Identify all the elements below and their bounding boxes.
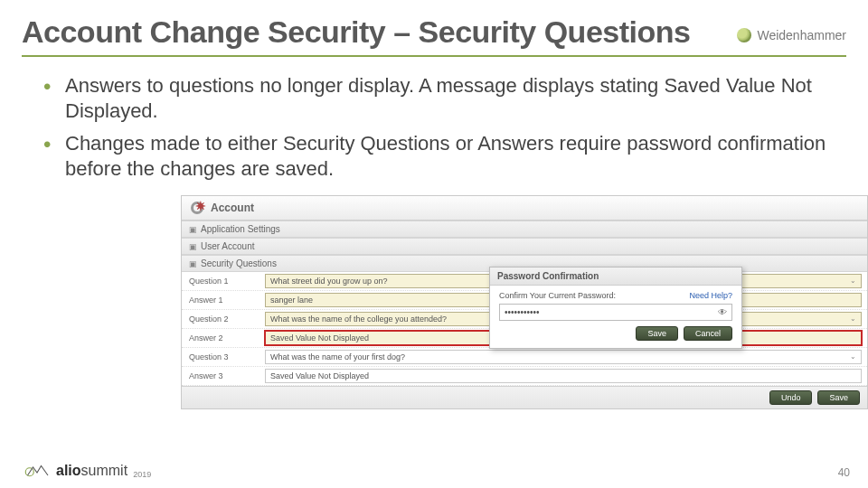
- dialog-save-button[interactable]: Save: [636, 326, 678, 341]
- chevron-icon: ▣: [189, 242, 196, 249]
- field-label: Question 3: [182, 350, 259, 364]
- field-label: Question 1: [182, 274, 259, 288]
- chevron-down-icon: ⌄: [850, 314, 856, 323]
- current-password-input[interactable]: ••••••••••• 👁: [499, 304, 732, 321]
- bullet-item: Changes made to either Security Question…: [49, 131, 839, 182]
- question-3-select[interactable]: What was the name of your first dog?⌄: [265, 350, 862, 364]
- brand-logo: Weidenhammer: [737, 28, 846, 42]
- eye-icon[interactable]: 👁: [718, 307, 727, 317]
- section-user-account[interactable]: ▣ User Account: [182, 238, 867, 255]
- need-help-link[interactable]: Need Help?: [689, 291, 732, 300]
- footer-year: 2019: [133, 470, 151, 479]
- page-title: Account Change Security – Security Quest…: [22, 14, 690, 50]
- chevron-down-icon: ⌄: [850, 277, 856, 285]
- dialog-title: Password Confirmation: [497, 271, 599, 281]
- form-button-row: Undo Save: [182, 386, 867, 408]
- save-button[interactable]: Save: [817, 390, 860, 405]
- answer-3-input[interactable]: Saved Value Not Displayed: [265, 369, 862, 383]
- account-header: Account: [182, 196, 867, 221]
- screenshot-panel: Account ▣ Application Settings ▣ User Ac…: [181, 195, 868, 409]
- dialog-cancel-button[interactable]: Cancel: [684, 326, 732, 341]
- chevron-icon: ▣: [189, 259, 196, 267]
- chevron-down-icon: ⌄: [850, 352, 856, 361]
- undo-button[interactable]: Undo: [769, 390, 813, 405]
- password-masked-value: •••••••••••: [505, 307, 540, 317]
- section-label: User Account: [201, 241, 254, 251]
- bullet-item: Answers to questions no longer display. …: [49, 73, 839, 124]
- footer-logo-text: aliosummit: [56, 463, 127, 479]
- field-label: Answer 3: [182, 369, 259, 383]
- gear-icon: [189, 200, 205, 216]
- bullet-list: Answers to questions no longer display. …: [49, 73, 839, 183]
- field-label: Answer 1: [182, 293, 259, 307]
- field-label: Question 2: [182, 312, 259, 326]
- section-label: Security Questions: [201, 258, 277, 268]
- page-number: 40: [838, 466, 850, 479]
- password-confirmation-dialog: Password Confirmation Need Help? Confirm…: [489, 267, 742, 349]
- section-application-settings[interactable]: ▣ Application Settings: [182, 221, 867, 238]
- field-label: Answer 2: [182, 331, 259, 345]
- footer-logo: aliosummit 2019: [22, 461, 151, 479]
- account-header-label: Account: [211, 202, 254, 214]
- chevron-icon: ▣: [189, 225, 196, 232]
- section-label: Application Settings: [201, 224, 280, 234]
- brand-icon: [737, 28, 751, 42]
- mountain-icon: [22, 461, 52, 479]
- brand-name: Weidenhammer: [757, 28, 846, 42]
